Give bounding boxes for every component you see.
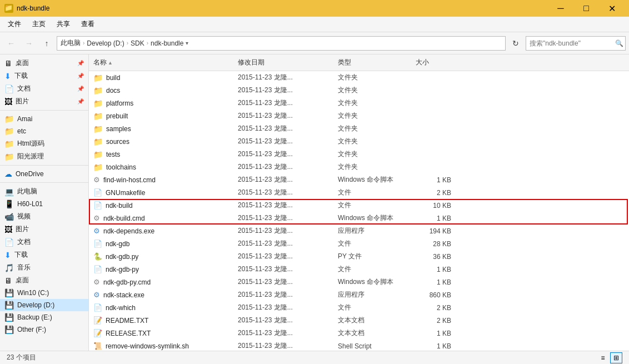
breadcrumb-pc[interactable]: 此电脑 xyxy=(61,38,81,48)
table-row[interactable]: 📁 prebuilt 2015-11-23 龙隆... 文件夹 xyxy=(89,109,629,122)
sidebar-item-pics[interactable]: 🖼 图片 xyxy=(0,223,88,236)
address-dropdown-arrow[interactable]: ▾ xyxy=(186,40,188,46)
file-size-cell: 1 KB xyxy=(411,277,456,287)
file-name-cell: ⚙ ndk-gdb-py.cmd xyxy=(89,277,233,287)
sidebar-item-music[interactable]: 🎵 音乐 xyxy=(0,261,88,274)
breadcrumb-develop[interactable]: Develop (D:) xyxy=(87,39,124,47)
sidebar-item-yangguang[interactable]: 📁 阳光派理 xyxy=(0,150,88,163)
backupe-icon: 💾 xyxy=(4,313,14,322)
file-date-cell: 2015-11-23 龙隆... xyxy=(233,148,333,160)
sidebar-item-docs-quick[interactable]: 📄 文档 📌 xyxy=(0,82,88,95)
file-size-cell: 1 KB xyxy=(411,265,456,275)
breadcrumb-ndk[interactable]: ndk-bundle xyxy=(151,39,183,47)
table-row[interactable]: 📄 ndk-gdb-py 2015-11-23 龙隆... 文件 1 KB xyxy=(89,263,629,276)
file-name-cell: ⚙ ndk-depends.exe xyxy=(89,226,233,236)
table-row[interactable]: 🐍 ndk-gdb.py 2015-11-23 龙隆... PY 文件 36 K… xyxy=(89,250,629,263)
sidebar-item-developd[interactable]: 💾 Develop (D:) xyxy=(0,299,88,311)
sidebar-divider2 xyxy=(0,165,88,166)
sidebar-item-onedrive[interactable]: ☁ OneDrive xyxy=(0,168,88,180)
table-row[interactable]: 📁 docs 2015-11-23 龙隆... 文件夹 xyxy=(89,84,629,97)
table-row[interactable]: ⚙ ndk-build.cmd 2015-11-23 龙隆... Windows… xyxy=(89,212,629,225)
sidebar-item-desktop[interactable]: 🖥 桌面 xyxy=(0,274,88,287)
table-row[interactable]: ⚙ ndk-stack.exe 2015-11-23 龙隆... 应用程序 86… xyxy=(89,288,629,301)
table-row[interactable]: 📁 platforms 2015-11-23 龙隆... 文件夹 xyxy=(89,97,629,109)
file-date-cell: 2015-11-23 龙隆... xyxy=(233,72,333,83)
forward-button[interactable]: → xyxy=(21,36,37,51)
file-name-label: ndk-gdb.py xyxy=(106,253,138,261)
file-date-cell: 2015-11-23 龙隆... xyxy=(233,315,333,326)
sidebar-item-pics-quick[interactable]: 🖼 图片 📌 xyxy=(0,95,88,108)
sidebar-item-otherf[interactable]: 💾 Other (F:) xyxy=(0,323,88,336)
column-headers: 名称 ▲ 修改日期 类型 大小 xyxy=(89,54,629,71)
sidebar-item-backupe[interactable]: 💾 Backup (E:) xyxy=(0,311,88,323)
sidebar-item-etc[interactable]: 📁 etc xyxy=(0,125,88,137)
search-input[interactable] xyxy=(530,39,613,47)
sidebar-item-desktop-quick-label: 桌面 xyxy=(16,58,29,68)
table-row[interactable]: 📄 ndk-which 2015-11-23 龙隆... 文件 2 KB xyxy=(89,301,629,314)
table-row[interactable]: 📁 build 2015-11-23 龙隆... 文件夹 xyxy=(89,71,629,84)
search-bar[interactable]: 🔍 xyxy=(526,36,626,51)
desktop-icon: 🖥 xyxy=(4,276,12,285)
sidebar-item-video[interactable]: 📹 视频 xyxy=(0,210,88,223)
up-button[interactable]: ↑ xyxy=(39,36,54,51)
file-type-cell: 应用程序 xyxy=(333,225,411,237)
sidebar-item-html[interactable]: 📁 Html源码 xyxy=(0,137,88,150)
file-size-cell: 194 KB xyxy=(411,226,456,236)
sidebar-item-thispc[interactable]: 💻 此电脑 xyxy=(0,185,88,198)
table-row[interactable]: ⚙ ndk-gdb-py.cmd 2015-11-23 龙隆... Window… xyxy=(89,276,629,288)
col-header-date[interactable]: 修改日期 xyxy=(233,56,333,69)
col-header-size[interactable]: 大小 xyxy=(411,56,456,69)
file-date-cell: 2015-11-23 龙隆... xyxy=(233,225,333,237)
file-size-cell: 860 KB xyxy=(411,290,456,300)
table-row[interactable]: 📁 sources 2015-11-23 龙隆... 文件夹 xyxy=(89,135,629,148)
table-row[interactable]: 📁 samples 2015-11-23 龙隆... 文件夹 xyxy=(89,122,629,135)
close-button[interactable]: ✕ xyxy=(599,0,625,17)
folder-icon: 📁 xyxy=(93,163,103,172)
menu-share[interactable]: 共享 xyxy=(51,17,76,31)
file-name-label: ndk-which xyxy=(106,304,136,312)
menu-home[interactable]: 主页 xyxy=(27,17,51,31)
file-size-cell: 28 KB xyxy=(411,239,456,249)
window-title: ndk-bundle xyxy=(17,4,49,12)
file-icon: 📄 xyxy=(93,201,102,210)
sidebar-item-desktop-quick[interactable]: 🖥 桌面 📌 xyxy=(0,57,88,69)
sidebar-item-win10c[interactable]: 💾 Win10 (C:) xyxy=(0,287,88,299)
view-detail-button[interactable]: ⊞ xyxy=(610,352,622,363)
file-name-label: find-win-host.cmd xyxy=(103,176,156,184)
sidebar-item-download-quick[interactable]: ⬇ 下载 📌 xyxy=(0,69,88,82)
table-row[interactable]: 📁 toolchains 2015-11-23 龙隆... 文件夹 xyxy=(89,161,629,173)
table-row[interactable]: 📝 README.TXT 2015-11-23 龙隆... 文本文档 2 KB xyxy=(89,314,629,327)
folder-icon: 📁 xyxy=(93,137,103,146)
table-row[interactable]: 📄 ndk-build 2015-11-23 龙隆... 文件 10 KB xyxy=(89,199,629,212)
back-button[interactable]: ← xyxy=(3,36,19,51)
sidebar-divider3 xyxy=(0,182,88,183)
sidebar-item-h60[interactable]: 📱 H60-L01 xyxy=(0,198,88,210)
minimize-button[interactable]: ─ xyxy=(548,0,573,17)
win10c-icon: 💾 xyxy=(4,288,14,297)
table-row[interactable]: ⚙ ndk-depends.exe 2015-11-23 龙隆... 应用程序 … xyxy=(89,225,629,237)
table-row[interactable]: 📁 tests 2015-11-23 龙隆... 文件夹 xyxy=(89,148,629,161)
file-type-cell: 文件夹 xyxy=(333,84,411,96)
file-icon: 📄 xyxy=(93,240,102,248)
table-row[interactable]: ⚙ find-win-host.cmd 2015-11-23 龙隆... Win… xyxy=(89,173,629,186)
sidebar-item-download-quick-label: 下载 xyxy=(14,71,28,81)
sidebar-item-win10c-label: Win10 (C:) xyxy=(17,289,49,297)
table-row[interactable]: 📄 ndk-gdb 2015-11-23 龙隆... 文件 28 KB xyxy=(89,237,629,250)
maximize-button[interactable]: □ xyxy=(573,0,599,17)
refresh-button[interactable]: ↻ xyxy=(508,36,523,51)
table-row[interactable]: 📜 remove-windows-symlink.sh 2015-11-23 龙… xyxy=(89,340,629,351)
developd-icon: 💾 xyxy=(4,301,14,310)
table-row[interactable]: 📄 GNUmakefile 2015-11-23 龙隆... 文件 2 KB xyxy=(89,186,629,199)
menu-file[interactable]: 文件 xyxy=(2,17,27,31)
sidebar-item-amai[interactable]: 📁 Amai xyxy=(0,113,88,125)
menu-view[interactable]: 查看 xyxy=(76,17,100,31)
sidebar-item-docs[interactable]: 📄 文档 xyxy=(0,236,88,248)
file-name-cell: 📜 remove-windows-symlink.sh xyxy=(89,341,233,351)
table-row[interactable]: 📝 RELEASE.TXT 2015-11-23 龙隆... 文本文档 1 KB xyxy=(89,327,629,340)
sidebar-item-downloads[interactable]: ⬇ 下载 xyxy=(0,248,88,261)
address-bar[interactable]: 此电脑 › Develop (D:) › SDK › ndk-bundle ▾ xyxy=(57,36,506,51)
col-header-name[interactable]: 名称 ▲ xyxy=(89,56,233,69)
breadcrumb-sdk[interactable]: SDK xyxy=(131,39,144,47)
col-header-type[interactable]: 类型 xyxy=(333,56,411,69)
view-list-button[interactable]: ≡ xyxy=(597,352,609,363)
